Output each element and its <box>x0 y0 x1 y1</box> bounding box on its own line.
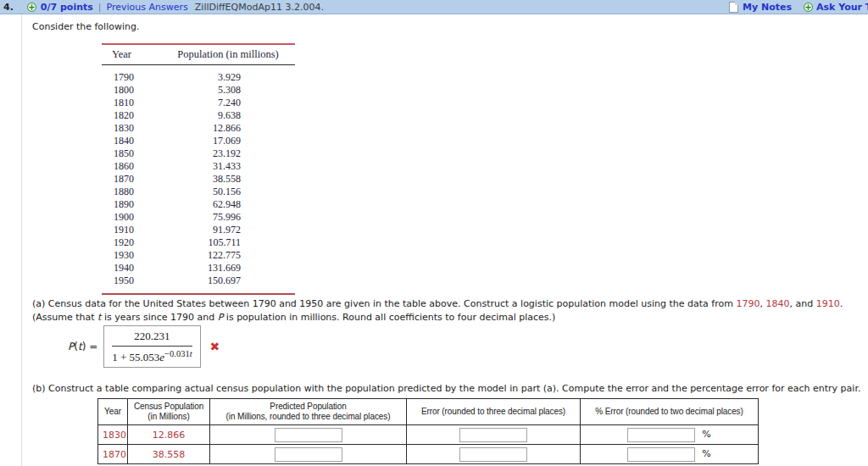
census-header-row: Year Population (in millions) <box>102 44 295 65</box>
error-input-1830[interactable] <box>459 428 527 442</box>
row-year: 1870 <box>98 445 128 464</box>
my-notes-icon[interactable] <box>729 2 738 13</box>
census-row: 18107.240 <box>102 97 295 109</box>
census-population: 31.433 <box>161 160 295 173</box>
census-year: 1850 <box>102 147 161 160</box>
census-year: 1910 <box>102 224 161 236</box>
ask-teacher-plus-icon[interactable] <box>804 3 813 12</box>
percent-sign: % <box>702 448 710 459</box>
formula-lhs: P(t) = <box>68 341 97 352</box>
header-census-population: Census Population(in Millions) <box>128 399 210 425</box>
row-year: 1830 <box>98 425 128 445</box>
fraction-numerator: 220.231 <box>112 329 192 347</box>
census-row: 183012.866 <box>102 122 295 135</box>
header-year: Year <box>98 399 128 425</box>
percent-error-cell: % <box>581 425 759 445</box>
census-population: 9.638 <box>161 109 295 122</box>
census-row: 1940131.669 <box>102 262 295 275</box>
census-population: 62.948 <box>161 198 295 211</box>
census-year: 1920 <box>102 236 161 249</box>
predicted-cell <box>210 445 407 464</box>
my-notes-link[interactable]: My Notes <box>743 2 792 13</box>
points-plus-icon[interactable] <box>27 3 36 12</box>
census-year: 1860 <box>102 160 161 173</box>
census-year: 1900 <box>102 211 161 224</box>
header-divider: | <box>98 2 102 13</box>
incorrect-x-icon: ✖ <box>210 340 220 353</box>
census-population: 12.866 <box>161 122 295 135</box>
census-row: 185023.192 <box>102 147 295 160</box>
part-a-seg3: is years since 1790 and <box>101 312 217 323</box>
predicted-input-1830[interactable] <box>275 428 342 442</box>
census-row: 1950150.697 <box>102 275 295 294</box>
census-population: 38.558 <box>161 173 295 186</box>
error-cell <box>407 425 581 445</box>
census-year: 1870 <box>102 173 161 186</box>
census-row: 186031.433 <box>102 160 295 173</box>
percent-sign: % <box>702 429 710 440</box>
census-year: 1940 <box>102 262 161 275</box>
previous-answers-link[interactable]: Previous Answers <box>107 2 188 13</box>
percent-error-input-1830[interactable] <box>627 428 695 442</box>
part-a-and: , and <box>789 298 815 309</box>
error-input-1870[interactable] <box>459 447 527 462</box>
census-population: 17.069 <box>161 135 295 147</box>
formula-answer-box[interactable]: 220.231 1 + 55.053e−0.031t <box>103 325 200 368</box>
percent-error-cell: % <box>581 445 759 464</box>
census-row: 188050.156 <box>102 186 295 198</box>
census-year: 1930 <box>102 249 161 262</box>
census-row: 1930122.775 <box>102 249 295 262</box>
comparison-row-1830: 1830 12.866 % <box>98 425 759 445</box>
part-a-seg4: is population in millions. Round all coe… <box>223 312 555 323</box>
census-year: 1810 <box>102 97 161 109</box>
census-year: 1840 <box>102 135 161 147</box>
row-census-value: 12.866 <box>128 425 210 445</box>
row-census-value: 38.558 <box>128 445 210 464</box>
question-number: 4. <box>3 2 14 13</box>
census-population: 105.711 <box>161 236 295 249</box>
census-population: 150.697 <box>161 275 295 294</box>
comparison-header-row: Year Census Population(in Millions) Pred… <box>98 399 759 425</box>
census-row: 190075.996 <box>102 211 295 224</box>
denominator-exponent: −0.031t <box>164 349 192 358</box>
census-population: 3.929 <box>161 65 295 85</box>
census-population: 122.775 <box>161 249 295 262</box>
census-year: 1820 <box>102 109 161 122</box>
census-row: 18209.638 <box>102 109 295 122</box>
census-row: 17903.929 <box>102 65 295 85</box>
part-a-text: (a) Census data for the United States be… <box>32 297 867 325</box>
header-right-group: My Notes Ask Your Teacher <box>729 0 868 14</box>
census-population: 7.240 <box>161 97 295 109</box>
comparison-table: Year Census Population(in Millions) Pred… <box>97 398 759 464</box>
predicted-input-1870[interactable] <box>275 447 342 462</box>
formula-close-equals: ) = <box>82 341 98 352</box>
header-predicted-population: Predicted Population(in Millions, rounde… <box>210 399 407 425</box>
part-a-seg1: (a) Census data for the United States be… <box>32 298 736 309</box>
percent-error-input-1870[interactable] <box>627 447 695 462</box>
logistic-model-formula: P(t) = 220.231 1 + 55.053e−0.031t ✖ <box>68 325 220 368</box>
denominator-base: 1 + 55.053 <box>112 351 159 363</box>
exponent-coeff: −0.031 <box>164 349 190 358</box>
census-row: 187038.558 <box>102 173 295 186</box>
census-row: 18005.308 <box>102 84 295 97</box>
assignment-code: ZillDiffEQModAp11 3.2.004. <box>195 2 324 13</box>
census-row: 191091.972 <box>102 224 295 236</box>
census-population: 23.192 <box>161 147 295 160</box>
census-row: 184017.069 <box>102 135 295 147</box>
census-row: 1920105.711 <box>102 236 295 249</box>
census-population: 50.156 <box>161 186 295 198</box>
part-a-year-1840: 1840 <box>765 298 789 309</box>
header-error: Error (rounded to three decimal places) <box>407 399 581 425</box>
exponent-var-t: t <box>190 349 192 358</box>
census-year: 1880 <box>102 186 161 198</box>
ask-your-teacher-link[interactable]: Ask Your Teacher <box>816 2 868 13</box>
part-a-year-1790: 1790 <box>736 298 760 309</box>
census-year: 1790 <box>102 65 161 85</box>
header-percent-error: % Error (rounded to two decimal places) <box>581 399 759 425</box>
census-population: 91.972 <box>161 224 295 236</box>
census-year: 1950 <box>102 275 161 294</box>
error-cell <box>407 445 581 464</box>
census-year: 1890 <box>102 198 161 211</box>
fraction-denominator: 1 + 55.053e−0.031t <box>112 347 192 364</box>
census-header-year: Year <box>102 44 161 65</box>
